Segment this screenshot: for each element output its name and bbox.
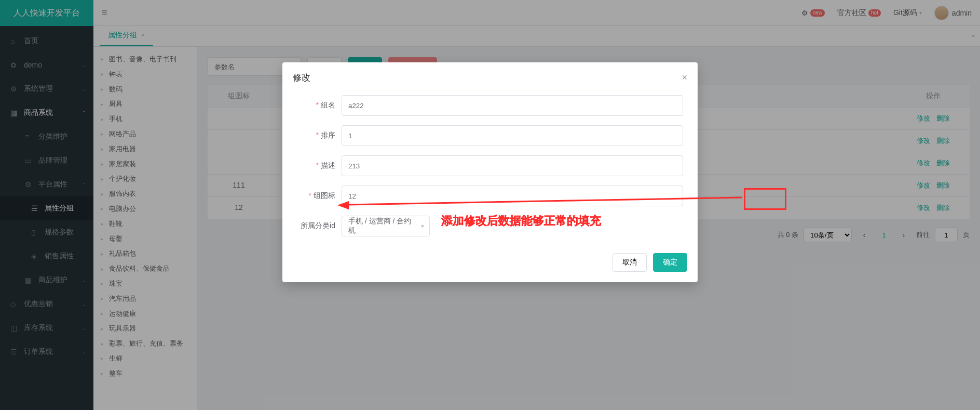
field-name: *组名 [297, 95, 683, 116]
name-label: *组名 [297, 101, 342, 110]
name-input[interactable] [342, 95, 683, 116]
desc-input[interactable] [342, 155, 683, 176]
cancel-button[interactable]: 取消 [612, 253, 647, 272]
icon-label: *组图标 [297, 191, 342, 201]
edit-dialog: 修改 × *组名 *排序 *描述 *组图标 [282, 62, 698, 282]
confirm-button[interactable]: 确定 [653, 253, 687, 272]
cascader-value: 手机 / 运营商 / 合约机 [348, 217, 416, 235]
field-category: 所属分类id 手机 / 运营商 / 合约机 [297, 216, 683, 236]
sort-input[interactable] [342, 125, 683, 146]
field-sort: *排序 [297, 125, 683, 146]
desc-label: *描述 [297, 161, 342, 170]
dialog-title: 修改 [293, 72, 310, 84]
category-cascader[interactable]: 手机 / 运营商 / 合约机 [342, 216, 430, 236]
sort-label: *排序 [297, 131, 342, 140]
cat-label: 所属分类id [297, 221, 342, 231]
modal-mask: 修改 × *组名 *排序 *描述 *组图标 [0, 0, 980, 410]
field-icon: *组图标 [297, 186, 683, 206]
close-icon[interactable]: × [682, 72, 687, 83]
icon-input[interactable] [342, 186, 683, 206]
field-desc: *描述 [297, 155, 683, 176]
